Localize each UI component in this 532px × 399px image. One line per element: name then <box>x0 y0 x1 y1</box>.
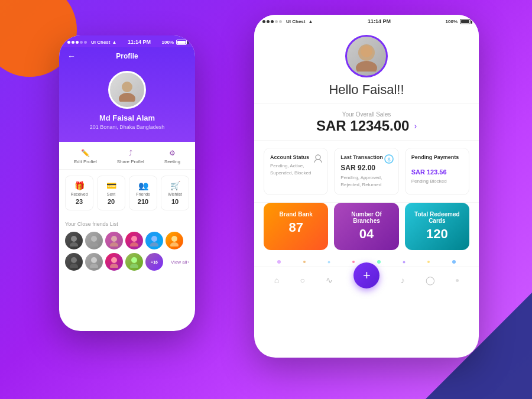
branches-label: Number Of Branches <box>340 211 392 224</box>
svg-point-17 <box>90 264 98 268</box>
nav-home-icon[interactable]: ⌂ <box>274 275 279 285</box>
svg-point-21 <box>130 264 138 268</box>
settings-icon: ⚙ <box>169 149 176 157</box>
nav-circle-icon[interactable]: ◯ <box>426 275 435 285</box>
brand-bank-card[interactable]: Brand Bank 87 <box>264 203 328 250</box>
svg-point-14 <box>71 257 77 263</box>
right-battery-pct: 100% <box>446 19 458 24</box>
svg-point-18 <box>111 257 117 263</box>
right-status-dots-container: UI Chest ▲ <box>262 19 313 24</box>
svg-point-8 <box>131 236 137 242</box>
redeemed-cards-card[interactable]: Total Redeemed Cards 120 <box>405 203 469 250</box>
nav-plus-button[interactable]: + <box>353 262 379 288</box>
friend-avatar-4 <box>125 232 143 249</box>
svg-point-20 <box>131 257 137 263</box>
nav-search-icon[interactable]: ○ <box>300 275 304 285</box>
friend-avatar-2 <box>85 232 103 249</box>
branches-card[interactable]: Number Of Branches 04 <box>334 203 398 250</box>
share-profile-action[interactable]: ⤴ Share Profiel <box>117 149 144 164</box>
pending-payments-text: Pending Blocked <box>411 178 463 185</box>
stats-grid: 🎁 Received 23 💳 Sent 20 👥 Friends 210 🛒 … <box>59 170 195 216</box>
nav-chart-icon[interactable]: ∿ <box>326 275 333 285</box>
svg-point-4 <box>91 236 97 242</box>
last-transaction-card[interactable]: Last Transaction $ SAR 92.00 Pending, Ap… <box>334 148 398 195</box>
left-status-right: 100% <box>162 40 187 45</box>
account-status-card[interactable]: Account Status Pending, Active, Supended… <box>264 148 328 195</box>
right-status-right: 100% <box>446 19 471 24</box>
info-cards-section: Account Status Pending, Active, Supended… <box>254 141 479 203</box>
received-value: 23 <box>76 198 83 205</box>
svg-point-3 <box>70 242 78 246</box>
brand-bank-label: Brand Bank <box>280 211 313 218</box>
stat-received[interactable]: 🎁 Received 23 <box>65 176 93 210</box>
received-icon: 🎁 <box>74 181 85 190</box>
friend-avatar-3 <box>105 232 123 249</box>
bottom-nav: ⌂ ○ ∿ + ♪ ◯ <box>254 267 479 293</box>
left-header: ← Profile Md Faisal Alam 201 Bonani, Dha… <box>59 47 195 142</box>
svg-point-19 <box>110 264 118 268</box>
friends-row-1 <box>65 232 189 249</box>
profile-actions: ✏️ Edit Profiel ⤴ Share Profiel ⚙ Seetin… <box>59 142 195 170</box>
nav-music-icon[interactable]: ♪ <box>401 275 405 285</box>
sent-value: 20 <box>108 198 115 205</box>
friends-title: Your Close friends List <box>65 221 189 227</box>
stat-sent[interactable]: 💳 Sent 20 <box>97 176 125 210</box>
svg-point-10 <box>151 236 157 242</box>
nav-dot-icon <box>456 279 459 282</box>
stat-friends[interactable]: 👥 Friends 210 <box>129 176 157 210</box>
friend-avatar-9 <box>105 253 123 271</box>
back-arrow-icon[interactable]: ← <box>67 51 76 61</box>
brand-bank-value: 87 <box>288 220 303 235</box>
sent-icon: 💳 <box>106 181 116 190</box>
sales-arrow-icon: › <box>414 121 417 131</box>
left-app-name: UI Chest <box>91 40 110 45</box>
friend-avatar-5 <box>145 232 163 249</box>
redeemed-value: 120 <box>426 226 448 242</box>
right-avatar <box>345 35 388 77</box>
friend-avatar-1 <box>65 232 83 249</box>
friend-avatar-8 <box>85 253 103 271</box>
wishlist-value: 10 <box>171 198 179 205</box>
svg-point-5 <box>90 242 98 246</box>
edit-icon: ✏️ <box>81 149 90 157</box>
profile-title: Profile <box>116 52 138 60</box>
view-all-arrow: › <box>187 259 189 265</box>
more-friends-badge[interactable]: +16 <box>145 253 163 271</box>
last-transaction-text: Pending, Approved, Rejected, Returned <box>340 174 392 189</box>
friends-row-2: +16 View all › <box>65 253 189 271</box>
svg-point-11 <box>150 242 158 246</box>
svg-point-33 <box>377 260 381 264</box>
transaction-icon: $ <box>384 154 394 166</box>
svg-point-15 <box>70 264 78 268</box>
svg-point-9 <box>130 242 138 246</box>
user-name: Md Faisal Alam <box>99 113 155 122</box>
svg-point-12 <box>171 236 177 242</box>
friend-avatar-10 <box>125 253 143 271</box>
svg-point-29 <box>277 260 281 264</box>
account-status-icon <box>313 154 323 166</box>
left-wifi-icon: ▲ <box>112 40 116 45</box>
svg-point-2 <box>71 236 77 242</box>
left-status-bar: UI Chest ▲ 11:14 PM 100% <box>59 35 195 47</box>
friend-avatar-7 <box>65 253 83 271</box>
wishlist-icon: 🛒 <box>170 181 180 190</box>
left-battery-pct: 100% <box>162 40 174 45</box>
right-status-bar: UI Chest ▲ 11:14 PM 100% <box>254 15 479 27</box>
stat-wishlist[interactable]: 🛒 Wishlist 10 <box>161 176 189 210</box>
view-all-button[interactable]: View all › <box>171 259 189 265</box>
sales-value: SAR 12345.00 <box>316 118 409 134</box>
sales-amount-row[interactable]: SAR 12345.00 › <box>266 118 467 134</box>
svg-point-30 <box>303 261 306 263</box>
edit-profile-action[interactable]: ✏️ Edit Profiel <box>74 149 97 164</box>
friends-value: 210 <box>138 198 148 205</box>
pending-payments-amount: SAR 123.56 <box>411 168 463 176</box>
pending-payments-card[interactable]: Pending Payments SAR 123.56 Pending Bloc… <box>405 148 469 195</box>
hello-greeting: Hello Faisal!! <box>329 82 404 98</box>
branches-value: 04 <box>359 226 374 242</box>
friends-icon: 👥 <box>138 181 148 190</box>
left-avatar <box>108 71 146 109</box>
received-label: Received <box>70 192 87 196</box>
edit-label: Edit Profiel <box>74 159 97 164</box>
left-profile-header: Md Faisal Alam 201 Bonani, Dhaka Banglad… <box>59 65 195 130</box>
settings-action[interactable]: ⚙ Seeting <box>164 149 180 164</box>
